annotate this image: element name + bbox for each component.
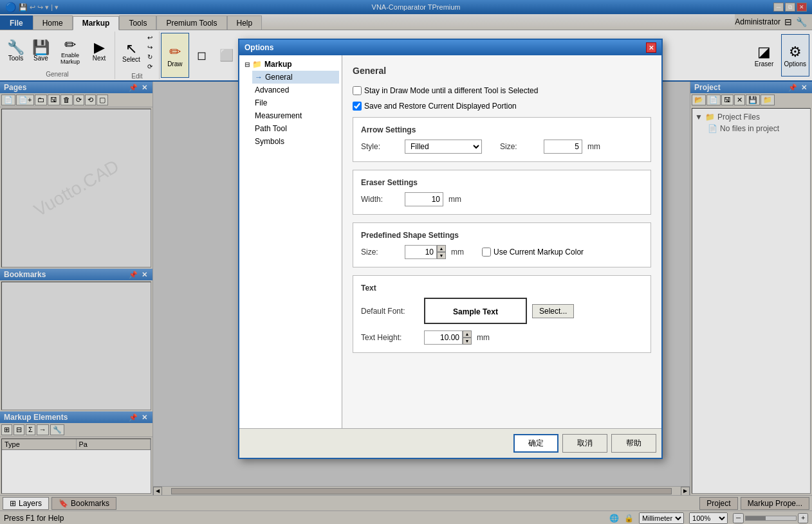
tree-arrow-icon: → bbox=[255, 73, 263, 82]
eraser-width-input[interactable] bbox=[405, 192, 443, 206]
sample-text-box: Sample Text bbox=[424, 298, 527, 324]
predefined-shape-section: Predefined Shape Settings Size: ▲ ▼ mm bbox=[353, 222, 651, 267]
predefined-shape-title: Predefined Shape Settings bbox=[361, 231, 643, 240]
dialog-content: General Stay in Draw Mode until a differ… bbox=[342, 55, 661, 428]
save-restore-label: Save and Restore Current Displayed Porti… bbox=[353, 102, 517, 111]
tree-file-label: File bbox=[255, 98, 267, 107]
save-restore-text: Save and Restore Current Displayed Porti… bbox=[364, 102, 517, 111]
cancel-button[interactable]: 取消 bbox=[562, 434, 607, 453]
select-font-button[interactable]: Select... bbox=[532, 304, 574, 318]
dialog-footer: 确定 取消 帮助 bbox=[239, 428, 661, 458]
options-dialog: Options ✕ ⊟ 📁 Markup → General Advanc bbox=[238, 39, 663, 459]
content-section-title: General bbox=[353, 66, 651, 78]
tree-children: → General Advanced File Measurement Path… bbox=[252, 71, 339, 148]
use-color-checkbox[interactable] bbox=[482, 248, 491, 257]
eraser-settings-title: Eraser Settings bbox=[361, 178, 643, 187]
save-restore-checkbox[interactable] bbox=[353, 102, 362, 111]
eraser-width-row: Width: mm bbox=[361, 192, 643, 206]
tree-advanced-label: Advanced bbox=[255, 86, 289, 95]
text-height-row: Text Height: ▲ ▼ mm bbox=[361, 330, 643, 345]
shape-size-down[interactable]: ▼ bbox=[437, 252, 446, 259]
stay-draw-checkbox[interactable] bbox=[353, 86, 362, 95]
tree-folder-icon: 📁 bbox=[252, 60, 262, 69]
shape-size-row: Size: ▲ ▼ mm Use Current Markup Color bbox=[361, 245, 643, 259]
text-height-spinner: ▲ ▼ bbox=[424, 330, 472, 345]
tree-path-tool-label: Path Tool bbox=[255, 124, 287, 133]
text-height-unit: mm bbox=[477, 333, 490, 342]
text-section: Text Default Font: Sample Text Select...… bbox=[353, 275, 651, 353]
shape-size-spinner: ▲ ▼ bbox=[405, 245, 446, 259]
arrow-size-input[interactable] bbox=[544, 140, 582, 154]
save-restore-row: Save and Restore Current Displayed Porti… bbox=[353, 102, 651, 111]
stay-draw-row: Stay in Draw Mode until a different Tool… bbox=[353, 86, 651, 95]
text-height-label: Text Height: bbox=[361, 333, 419, 342]
tree-measurement-label: Measurement bbox=[255, 111, 302, 120]
shape-size-input[interactable] bbox=[405, 245, 437, 259]
text-height-input[interactable] bbox=[424, 330, 463, 345]
tree-symbols-label: Symbols bbox=[255, 137, 284, 146]
shape-size-label: Size: bbox=[361, 248, 400, 257]
dialog-title: Options bbox=[245, 43, 273, 52]
eraser-width-unit: mm bbox=[448, 195, 461, 204]
arrow-settings-section: Arrow Settings Style: Filled Size: mm bbox=[353, 117, 651, 162]
shape-size-unit: mm bbox=[451, 248, 464, 257]
text-title: Text bbox=[361, 284, 643, 293]
text-height-buttons: ▲ ▼ bbox=[463, 330, 472, 345]
tree-file[interactable]: File bbox=[252, 96, 339, 109]
arrow-settings-title: Arrow Settings bbox=[361, 125, 643, 134]
arrow-size-label: Size: bbox=[500, 142, 539, 151]
shape-size-buttons: ▲ ▼ bbox=[437, 245, 446, 259]
dialog-title-bar: Options ✕ bbox=[239, 40, 661, 55]
tree-general-label: General bbox=[265, 73, 293, 82]
dialog-tree: ⊟ 📁 Markup → General Advanced File bbox=[239, 55, 342, 428]
arrow-style-label: Style: bbox=[361, 142, 400, 151]
tree-measurement[interactable]: Measurement bbox=[252, 109, 339, 122]
dialog-overlay: Options ✕ ⊟ 📁 Markup → General Advanc bbox=[0, 0, 812, 524]
tree-expand-icon: ⊟ bbox=[245, 61, 250, 68]
eraser-width-label: Width: bbox=[361, 195, 400, 204]
ok-button[interactable]: 确定 bbox=[513, 434, 558, 453]
dialog-close-btn[interactable]: ✕ bbox=[646, 42, 656, 53]
sample-text: Sample Text bbox=[453, 307, 498, 316]
tree-path-tool[interactable]: Path Tool bbox=[252, 122, 339, 135]
text-height-down[interactable]: ▼ bbox=[463, 338, 472, 345]
tree-advanced[interactable]: Advanced bbox=[252, 84, 339, 96]
default-font-label: Default Font: bbox=[361, 307, 419, 316]
use-color-text: Use Current Markup Color bbox=[494, 248, 584, 257]
stay-draw-text: Stay in Draw Mode until a different Tool… bbox=[364, 86, 538, 95]
arrow-style-select[interactable]: Filled bbox=[405, 140, 482, 154]
shape-size-up[interactable]: ▲ bbox=[437, 245, 446, 252]
arrow-size-unit: mm bbox=[587, 142, 600, 151]
help-button[interactable]: 帮助 bbox=[611, 434, 656, 453]
default-font-row: Default Font: Sample Text Select... bbox=[361, 298, 643, 324]
tree-general[interactable]: → General bbox=[252, 71, 339, 84]
tree-symbols[interactable]: Symbols bbox=[252, 135, 339, 148]
eraser-settings-section: Eraser Settings Width: mm bbox=[353, 170, 651, 215]
use-color-label: Use Current Markup Color bbox=[482, 248, 584, 257]
stay-draw-label: Stay in Draw Mode until a different Tool… bbox=[353, 86, 538, 95]
dialog-body: ⊟ 📁 Markup → General Advanced File bbox=[239, 55, 661, 428]
text-height-up[interactable]: ▲ bbox=[463, 330, 472, 338]
tree-markup-label: Markup bbox=[264, 60, 292, 69]
arrow-style-row: Style: Filled Size: mm bbox=[361, 140, 643, 154]
tree-markup[interactable]: ⊟ 📁 Markup bbox=[242, 58, 339, 71]
